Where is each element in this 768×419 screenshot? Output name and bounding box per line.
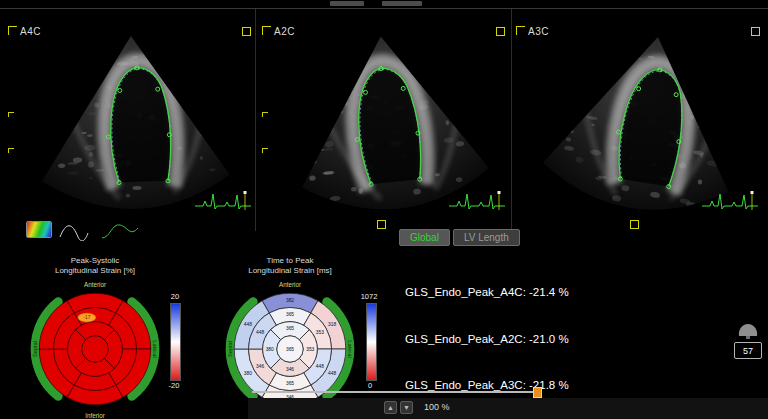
ttp-scale-max: 1072 — [352, 292, 386, 301]
svg-text:318: 318 — [328, 322, 336, 327]
strain-curve-icon — [58, 219, 98, 241]
gls-results: GLS_Endo_Peak_A4C: -21.4 % GLS_Endo_Peak… — [405, 254, 569, 419]
frame-next-button[interactable]: ▼ — [400, 401, 413, 414]
svg-text:353: 353 — [316, 329, 324, 334]
frame-prev-button[interactable]: ▲ — [384, 401, 397, 414]
svg-text:Septal: Septal — [32, 341, 38, 357]
svg-text:Septal: Septal — [227, 341, 233, 357]
roi-marker-icon — [377, 220, 386, 229]
footer-bar — [248, 398, 768, 419]
caliper-corner-icon — [262, 26, 271, 35]
zoom-level: 100 % — [424, 402, 450, 412]
svg-text:380: 380 — [244, 371, 252, 376]
strain-scale-min: -20 — [160, 381, 188, 390]
probe-icon — [736, 322, 760, 340]
svg-text:365: 365 — [286, 347, 294, 352]
cine-slider-track[interactable] — [252, 391, 540, 393]
ttp-scale-min: 0 — [358, 381, 382, 390]
cine-slider-handle[interactable] — [533, 387, 542, 398]
svg-text:353: 353 — [306, 347, 314, 352]
strain-colorbar — [170, 303, 181, 381]
gls-line-a4c: GLS_Endo_Peak_A4C: -21.4 % — [405, 285, 569, 301]
svg-text:Lateral: Lateral — [347, 340, 353, 357]
svg-text:346: 346 — [286, 367, 294, 372]
depth-marker-icon — [8, 112, 14, 117]
ecg-trace — [193, 190, 253, 212]
svg-text:448: 448 — [328, 371, 336, 376]
svg-text:-17: -17 — [84, 315, 91, 320]
svg-text:448: 448 — [244, 322, 252, 327]
depth-marker-icon — [8, 148, 14, 153]
svg-text:365: 365 — [286, 312, 294, 317]
svg-text:448: 448 — [316, 364, 324, 369]
ttp-colorbar — [366, 303, 377, 381]
svg-text:Inferior: Inferior — [85, 412, 105, 419]
caliper-corner-icon — [516, 26, 525, 35]
depth-marker-icon — [262, 148, 268, 153]
svg-text:382: 382 — [286, 298, 294, 303]
header-divider — [0, 8, 768, 9]
echo-strain-screen: A4C A2C — [0, 0, 768, 419]
svg-text:Anterior: Anterior — [279, 281, 301, 288]
heart-rate-value: 57 — [734, 342, 762, 359]
bullseye-ttp-title: Time to Peak Longitudinal Strain [ms] — [210, 256, 370, 275]
svg-text:365: 365 — [286, 326, 294, 331]
header-text-redacted — [382, 1, 422, 6]
caliper-corner-icon — [8, 26, 17, 35]
bullseye-strain-title: Peak-Systolic Longitudinal Strain [%] — [15, 256, 175, 275]
velocity-curve-icon — [100, 219, 140, 241]
strain-scale-max: 20 — [162, 292, 188, 301]
roi-marker-icon — [630, 220, 639, 229]
panel-divider — [511, 9, 512, 231]
panel-divider — [255, 9, 256, 231]
global-button[interactable]: Global — [399, 229, 450, 246]
svg-text:380: 380 — [266, 347, 274, 352]
depth-marker-icon — [262, 112, 268, 117]
colormap-icon[interactable] — [26, 221, 52, 238]
svg-text:346: 346 — [256, 364, 264, 369]
ecg-trace — [700, 190, 760, 212]
svg-text:Lateral: Lateral — [152, 340, 158, 357]
ecg-trace — [447, 190, 507, 212]
result-mode-tabs: Global LV Length — [399, 229, 520, 246]
svg-text:365: 365 — [286, 381, 294, 386]
lv-length-button[interactable]: LV Length — [453, 229, 520, 246]
header-text-redacted — [330, 1, 364, 6]
bullseye-strain: -17Anterior Inferior Septal Lateral — [22, 276, 168, 419]
svg-text:Anterior: Anterior — [84, 281, 106, 288]
gls-line-a2c: GLS_Endo_Peak_A2C: -21.0 % — [405, 332, 569, 348]
svg-text:448: 448 — [256, 329, 264, 334]
